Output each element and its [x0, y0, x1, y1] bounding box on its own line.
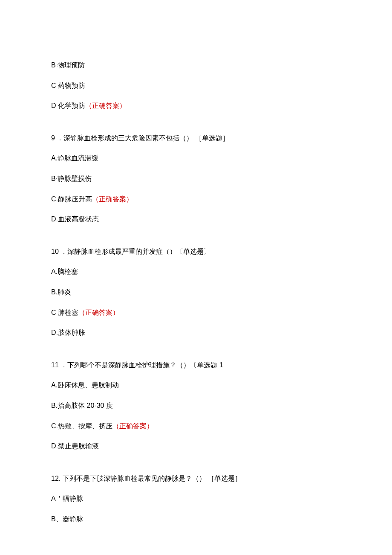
- line-text: C 肺栓塞: [51, 309, 78, 316]
- option-line: B、器静脉: [51, 514, 341, 525]
- line-text: B、器静脉: [51, 515, 83, 523]
- option-line: A.脑栓塞: [51, 266, 341, 277]
- option-line: D 化学预防（正确答案）: [51, 100, 341, 111]
- option-line: B 物理预防: [51, 60, 341, 71]
- line-text: A＇幅静脉: [51, 495, 83, 502]
- option-line: A.卧床休息、患肢制动: [51, 380, 341, 391]
- option-line: D.血液高凝状态: [51, 214, 341, 225]
- option-line: C 肺栓塞（正确答案）: [51, 307, 341, 318]
- option-line: D.禁止患肢输液: [51, 441, 341, 452]
- option-line: D.肢体肿胀: [51, 327, 341, 338]
- line-text: D.禁止患肢输液: [51, 442, 99, 450]
- option-line: B.抬高肢体 20-30 度: [51, 400, 341, 411]
- line-text: B·静脉壁损伤: [51, 175, 92, 182]
- option-line: A.静脉血流滞缓: [51, 153, 341, 164]
- line-text: B 物理预防: [51, 61, 85, 69]
- correct-answer-label: （正确答案）: [78, 309, 119, 316]
- line-text: B.肺炎: [51, 288, 71, 296]
- question-line: 12. 下列不是下肢深静脉血栓最常见的静脉是？（） ［单选题］: [51, 473, 341, 484]
- option-line: A＇幅静脉: [51, 493, 341, 504]
- correct-answer-label: （正确答案）: [92, 195, 133, 203]
- option-line: C.热敷、按摩、挤压（正确答案）: [51, 421, 341, 432]
- question-line: 10 ．深静脉血栓形成最严重的并发症（）〔单选题〕: [51, 246, 341, 257]
- line-text: C 药物预防: [51, 82, 85, 89]
- line-text: D.血液高凝状态: [51, 215, 99, 223]
- line-text: 9 ．深静脉血栓形成的三大危险因素不包括（） ［单选题］: [51, 134, 229, 142]
- line-text: 12. 下列不是下肢深静脉血栓最常见的静脉是？（） ［单选题］: [51, 475, 242, 482]
- line-text: 11 ．下列哪个不是深静脉血栓护理措施？（）〔单选题 1: [51, 361, 223, 369]
- line-text: D 化学预防: [51, 102, 85, 109]
- option-line: B·静脉壁损伤: [51, 173, 341, 184]
- option-line: B.肺炎: [51, 287, 341, 298]
- line-text: B.抬高肢体 20-30 度: [51, 402, 113, 409]
- line-text: A.脑栓塞: [51, 268, 78, 275]
- document-content: B 物理预防C 药物预防D 化学预防（正确答案）9 ．深静脉血栓形成的三大危险因…: [51, 60, 341, 524]
- option-line: C.静脉压升高（正确答案）: [51, 194, 341, 205]
- line-text: A.静脉血流滞缓: [51, 154, 98, 162]
- correct-answer-label: （正确答案）: [85, 102, 126, 109]
- line-text: 10 ．深静脉血栓形成最严重的并发症（）〔单选题〕: [51, 248, 210, 255]
- line-text: D.肢体肿胀: [51, 329, 85, 336]
- question-line: 9 ．深静脉血栓形成的三大危险因素不包括（） ［单选题］: [51, 133, 341, 144]
- line-text: C.热敷、按摩、挤压: [51, 422, 112, 430]
- correct-answer-label: （正确答案）: [112, 422, 153, 430]
- line-text: C.静脉压升高: [51, 195, 92, 203]
- question-line: 11 ．下列哪个不是深静脉血栓护理措施？（）〔单选题 1: [51, 360, 341, 371]
- line-text: A.卧床休息、患肢制动: [51, 381, 119, 389]
- option-line: C 药物预防: [51, 80, 341, 91]
